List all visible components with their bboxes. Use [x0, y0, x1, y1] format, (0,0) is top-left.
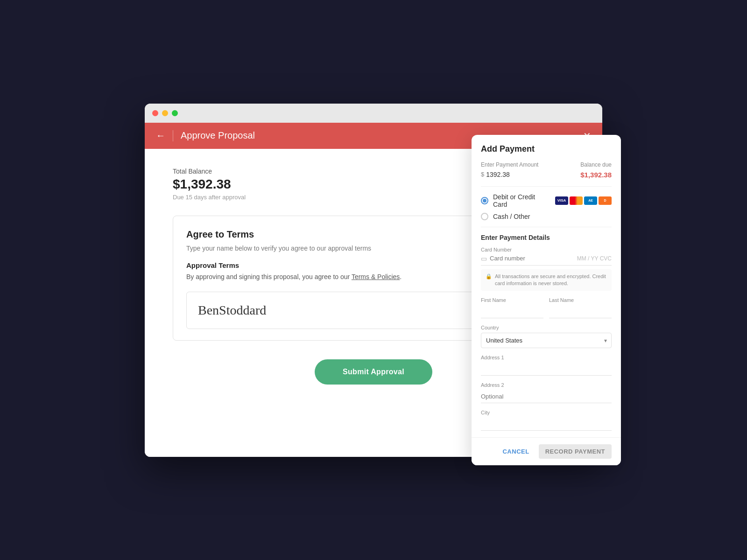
- address1-label: Address 1: [481, 355, 612, 360]
- balance-due-label: Balance due: [580, 161, 612, 168]
- last-name-label: Last Name: [549, 297, 612, 303]
- method-cash[interactable]: Cash / Other: [481, 213, 612, 220]
- address2-label: Address 2: [481, 382, 612, 388]
- balance-due-amount: $1,392.38: [580, 171, 612, 179]
- payment-details: Enter Payment Details Card Number ▭ MM /…: [472, 227, 621, 438]
- back-button[interactable]: ←: [156, 130, 165, 141]
- header-divider: [173, 130, 173, 141]
- record-payment-button[interactable]: RECORD PAYMENT: [539, 444, 612, 459]
- method-card[interactable]: Debit or Credit Card VISA AE D: [481, 193, 612, 208]
- first-name-col: First Name: [481, 297, 543, 325]
- card-number-input[interactable]: [490, 255, 574, 262]
- payment-amount-row: Enter Payment Amount $ Balance due $1,39…: [472, 161, 621, 179]
- terms-link[interactable]: Terms & Policies: [352, 273, 400, 280]
- security-text: All transactions are secure and encrypte…: [495, 273, 607, 287]
- method-cash-label: Cash / Other: [493, 213, 612, 220]
- city-input[interactable]: [481, 418, 612, 431]
- main-content: Total Balance $1,392.38 Due 15 days afte…: [145, 149, 602, 457]
- radio-card[interactable]: [481, 197, 488, 204]
- address1-input[interactable]: [481, 363, 612, 376]
- last-name-input[interactable]: [549, 305, 612, 318]
- last-name-col: Last Name: [549, 297, 612, 325]
- panel-header: Add Payment: [472, 135, 621, 154]
- mastercard-icon: [570, 196, 583, 205]
- country-label: Country: [481, 325, 612, 330]
- details-title: Enter Payment Details: [481, 234, 612, 241]
- address2-input[interactable]: [481, 390, 612, 403]
- amex-icon: AE: [584, 196, 597, 205]
- radio-cash[interactable]: [481, 213, 488, 220]
- exp-cvc-placeholder: MM / YY CVC: [577, 255, 612, 262]
- method-card-label: Debit or Credit Card: [493, 193, 550, 208]
- security-note: 🔒 All transactions are secure and encryp…: [481, 269, 612, 291]
- card-icons: VISA AE D: [555, 196, 612, 205]
- payment-methods: Debit or Credit Card VISA AE D Cash / Ot…: [472, 187, 621, 227]
- panel-footer: CANCEL RECORD PAYMENT: [472, 437, 621, 465]
- submit-approval-button[interactable]: Submit Approval: [315, 359, 432, 385]
- panel-title: Add Payment: [481, 144, 612, 154]
- payment-panel: Add Payment Enter Payment Amount $ Balan…: [472, 135, 621, 466]
- dollar-sign: $: [481, 171, 484, 178]
- discover-icon: D: [599, 196, 612, 205]
- card-number-label: Card Number: [481, 247, 612, 252]
- amount-section: Enter Payment Amount $: [481, 161, 538, 178]
- cancel-button-panel[interactable]: CANCEL: [497, 444, 535, 459]
- title-bar: [145, 104, 602, 123]
- country-select[interactable]: United States Canada United Kingdom: [481, 333, 612, 348]
- signature-text: BenStoddard: [198, 303, 266, 318]
- app-window: ← Approve Proposal ✕ Total Balance $1,39…: [145, 104, 602, 457]
- traffic-light-yellow[interactable]: [162, 110, 168, 116]
- amount-label: Enter Payment Amount: [481, 161, 538, 168]
- city-label: City: [481, 410, 612, 415]
- first-name-input[interactable]: [481, 305, 543, 318]
- payment-amount-input[interactable]: [486, 171, 519, 178]
- visa-icon: VISA: [555, 196, 568, 205]
- first-name-label: First Name: [481, 297, 543, 303]
- amount-input-wrapper: $: [481, 171, 538, 178]
- name-row: First Name Last Name: [481, 297, 612, 325]
- traffic-light-red[interactable]: [152, 110, 158, 116]
- card-chip-icon: ▭: [481, 255, 487, 262]
- card-input-row: ▭ MM / YY CVC: [481, 255, 612, 266]
- country-select-wrapper: United States Canada United Kingdom: [481, 333, 612, 348]
- traffic-light-green[interactable]: [172, 110, 178, 116]
- lock-icon: 🔒: [486, 273, 492, 280]
- balance-due-section: Balance due $1,392.38: [580, 161, 612, 179]
